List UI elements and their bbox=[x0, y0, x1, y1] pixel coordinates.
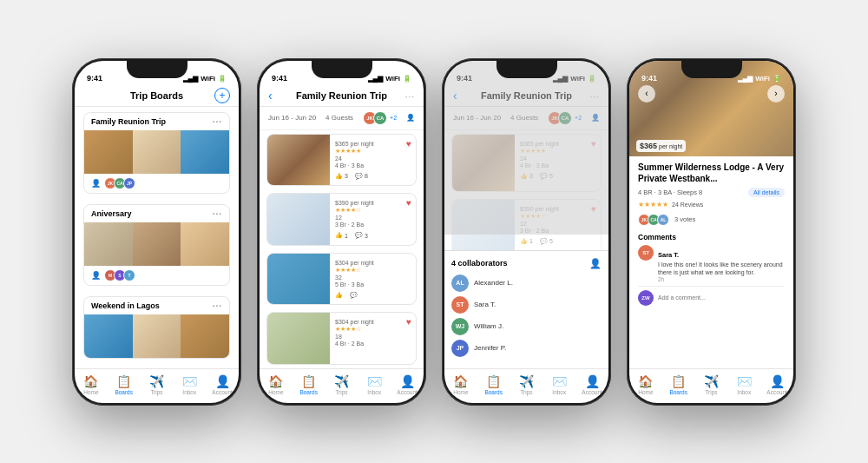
listing-img-1-p2 bbox=[267, 135, 330, 187]
comment-btn-3-p2[interactable]: 💬 bbox=[350, 292, 358, 299]
listing-card-3-p2[interactable]: $304 per night ★★★★☆ 32 5 Br · 3 Ba 👍 bbox=[266, 253, 417, 306]
board-footer-anniversary: 👤 M S T bbox=[84, 266, 229, 285]
tab-bar-3: 🏠 Home 📋 Boards ✈️ Trips ✉️ Inbox 👤 bbox=[444, 368, 608, 403]
tab-home-3[interactable]: 🏠 Home bbox=[444, 374, 477, 395]
tab-inbox-4[interactable]: ✉️ Inbox bbox=[727, 374, 760, 395]
listing-card-2-p2[interactable]: $390 per night ★★★★☆ 12 3 Br · 2 Ba 👍 1 bbox=[266, 193, 417, 246]
comment-btn-1-p2[interactable]: 💬 8 bbox=[355, 173, 368, 180]
thumb-icon-2-p3: 👍 bbox=[520, 238, 528, 245]
tab-bar-4: 🏠 Home 📋 Boards ✈️ Trips ✉️ Inbox 👤 bbox=[629, 368, 793, 403]
page-title-1: Trip Boards bbox=[130, 90, 183, 101]
prev-image-button[interactable]: ‹ bbox=[638, 85, 655, 103]
tab-trips-2[interactable]: ✈️ Trips bbox=[326, 374, 358, 395]
tab-trips-4[interactable]: ✈️ Trips bbox=[695, 374, 728, 395]
battery-icon-2: 🔋 bbox=[403, 75, 411, 83]
listing-reviews-4-p2: 18 bbox=[335, 334, 411, 340]
tab-label-boards-2: Boards bbox=[299, 389, 318, 395]
phone-4: 9:41 ▂▄▆ WiFi 🔋 ‹ › $365 per night bbox=[627, 58, 796, 406]
tab-account-3[interactable]: 👤 Account bbox=[575, 374, 608, 395]
board-card-anniversary[interactable]: Aniversary ··· 👤 M S T bbox=[83, 204, 230, 286]
battery-icon-4: 🔋 bbox=[773, 75, 781, 83]
trip-guests-2: 4 Guests bbox=[326, 114, 353, 122]
comment-icon-2: 💬 bbox=[355, 232, 363, 239]
listing-actions-1-p2: 👍 3 💬 8 bbox=[335, 173, 411, 180]
tab-account-2[interactable]: 👤 Account bbox=[391, 374, 424, 395]
listing-img-2-p2 bbox=[267, 194, 330, 246]
tab-label-inbox-1: Inbox bbox=[182, 389, 196, 395]
add-button-area[interactable]: + bbox=[214, 88, 230, 103]
add-comment-input[interactable] bbox=[658, 294, 785, 301]
next-image-button[interactable]: › bbox=[767, 85, 785, 103]
account-icon-1: 👤 bbox=[215, 374, 230, 388]
listing-card-4-p2[interactable]: $304 per night ★★★★☆ 18 4 Br · 2 Ba ♥ bbox=[266, 312, 417, 365]
board-card-family[interactable]: Family Reunion Trip ··· 👤 JK CA JP bbox=[83, 112, 230, 194]
collab-item-jp[interactable]: JP Jennifer P. bbox=[451, 340, 602, 357]
tab-inbox-2[interactable]: ✉️ Inbox bbox=[358, 374, 391, 395]
collab-item-st[interactable]: ST Sara T. bbox=[451, 296, 602, 314]
listing-reviews-2-p2: 12 bbox=[335, 215, 411, 221]
trips-icon-3: ✈️ bbox=[519, 374, 534, 388]
board-img-7 bbox=[84, 314, 133, 358]
board-options-lagos[interactable]: ··· bbox=[213, 301, 222, 311]
tab-boards-4[interactable]: 📋 Boards bbox=[662, 374, 695, 395]
trip-avatar-ca-2: CA bbox=[373, 111, 387, 125]
detail-stars-row: ★★★★★ 24 Reviews bbox=[638, 201, 785, 208]
listing-img-3-p2 bbox=[267, 254, 330, 306]
tab-home-2[interactable]: 🏠 Home bbox=[260, 374, 293, 395]
collab-avatar-st: ST bbox=[451, 296, 469, 314]
tab-inbox-3[interactable]: ✉️ Inbox bbox=[542, 374, 575, 395]
more-options-2[interactable]: ··· bbox=[405, 92, 415, 102]
collab-item-al[interactable]: AL Alexander L. bbox=[451, 274, 602, 292]
board-card-header: Family Reunion Trip ··· bbox=[84, 113, 229, 130]
status-time-1: 9:41 bbox=[87, 74, 102, 83]
listing-br-1-p2: 4 Br · 3 Ba bbox=[335, 162, 411, 169]
board-options-family[interactable]: ··· bbox=[213, 117, 222, 127]
listing-card-1-p2[interactable]: $365 per night ★★★★★ 24 4 Br · 3 Ba 👍 3 bbox=[266, 134, 417, 187]
like-btn-3-p2[interactable]: 👍 bbox=[335, 292, 343, 299]
comment-btn-2-p2[interactable]: 💬 3 bbox=[355, 232, 368, 239]
tab-inbox-1[interactable]: ✉️ Inbox bbox=[173, 374, 206, 395]
listing-details-1-p2: $365 per night ★★★★★ 24 4 Br · 3 Ba 👍 3 bbox=[330, 135, 416, 186]
detail-specs: 4 BR · 3 BA · Sleeps 8 bbox=[638, 189, 702, 196]
heart-btn-2-p2[interactable]: ♥ bbox=[406, 198, 411, 208]
collab-item-wj[interactable]: WJ William J. bbox=[451, 318, 602, 335]
tab-boards-1[interactable]: 📋 Boards bbox=[108, 374, 141, 395]
tab-trips-3[interactable]: ✈️ Trips bbox=[510, 374, 543, 395]
tab-label-account-1: Account bbox=[212, 389, 233, 395]
board-card-lagos[interactable]: Weekend in Lagos ··· bbox=[83, 296, 230, 359]
tab-label-inbox-4: Inbox bbox=[737, 389, 751, 395]
tab-trips-1[interactable]: ✈️ Trips bbox=[141, 374, 174, 395]
listing-reviews-1-p2: 24 bbox=[335, 155, 411, 162]
scene: 9:41 ▂▄▆ WiFi 🔋 Trip Boards + Family Reu… bbox=[0, 41, 868, 423]
add-board-button[interactable]: + bbox=[214, 88, 230, 103]
board-options-anniversary[interactable]: ··· bbox=[213, 209, 222, 219]
like-btn-2-p2[interactable]: 👍 1 bbox=[335, 232, 348, 239]
like-btn-1-p2[interactable]: 👍 3 bbox=[335, 173, 348, 180]
tab-boards-3[interactable]: 📋 Boards bbox=[477, 374, 510, 395]
heart-btn-1-p2[interactable]: ♥ bbox=[406, 139, 411, 149]
collab-person-icon: 👤 bbox=[589, 258, 602, 269]
status-time-4: 9:41 bbox=[641, 74, 657, 83]
tab-boards-2[interactable]: 📋 Boards bbox=[293, 374, 326, 395]
trips-icon-1: ✈️ bbox=[149, 374, 164, 388]
back-button-2[interactable]: ‹ bbox=[268, 89, 273, 103]
tab-home-1[interactable]: 🏠 Home bbox=[75, 374, 108, 395]
collab-name-jp: Jennifer P. bbox=[474, 344, 506, 352]
collab-header: 4 collaborators 👤 bbox=[451, 258, 602, 269]
avatar-group-anniversary: M S T bbox=[104, 269, 135, 281]
signal-icon-4: ▂▄▆ bbox=[738, 75, 753, 83]
tab-label-boards-3: Boards bbox=[484, 389, 503, 395]
board-card-header-3: Weekend in Lagos ··· bbox=[84, 297, 229, 314]
board-img-9 bbox=[181, 314, 229, 358]
board-card-header-2: Aniversary ··· bbox=[84, 205, 229, 222]
tab-account-4[interactable]: 👤 Account bbox=[760, 374, 793, 395]
all-details-button[interactable]: All details bbox=[748, 188, 785, 197]
trip-info-bar-2: Jun 16 - Jun 20 4 Guests JK CA +2 👤 bbox=[260, 107, 424, 130]
add-comment-row[interactable]: ZW bbox=[638, 286, 785, 306]
inbox-icon-4: ✉️ bbox=[737, 374, 752, 388]
listing-stars-2-p2: ★★★★☆ bbox=[335, 207, 411, 214]
listing-stars-3-p2: ★★★★☆ bbox=[335, 267, 411, 274]
tab-home-4[interactable]: 🏠 Home bbox=[629, 374, 662, 395]
heart-btn-4-p2[interactable]: ♥ bbox=[406, 317, 411, 327]
tab-account-1[interactable]: 👤 Account bbox=[206, 374, 239, 395]
